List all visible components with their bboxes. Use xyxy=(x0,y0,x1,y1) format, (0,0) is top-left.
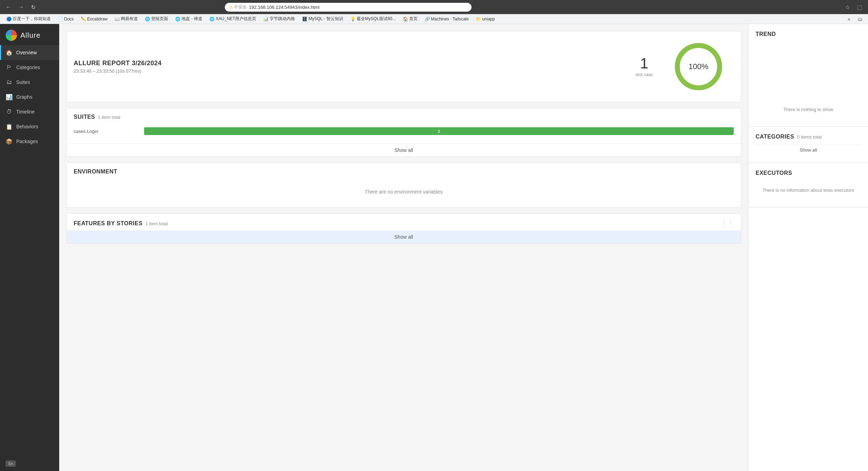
executors-empty-text: There is no information about tests exec… xyxy=(756,181,861,200)
reload-button[interactable]: ↻ xyxy=(29,3,38,11)
bookmark-label: XAU_NET用户信息页 xyxy=(216,16,256,22)
extension-button[interactable]: ⬚ xyxy=(855,3,864,11)
report-time: 23:33:40 – 23:33:50 (10s 077ms) xyxy=(74,68,625,74)
bookmark-label: 百度一下，你就知道 xyxy=(13,16,51,22)
donut-chart-area: 100% xyxy=(663,38,734,95)
nav-label-packages: Packages xyxy=(16,139,38,144)
executors-title: EXECUTORS xyxy=(756,170,861,176)
suites-subtitle: 1 item total xyxy=(98,115,121,120)
bookmark-icon: ✏️ xyxy=(81,17,86,22)
bookmark-icon: 🗄️ xyxy=(302,17,307,22)
features-show-all-button[interactable]: Show all xyxy=(67,231,741,243)
suite-bar-container: 1 xyxy=(144,127,734,135)
nav-label-suites: Suites xyxy=(16,79,30,85)
test-count-label: test case xyxy=(636,72,653,77)
back-button[interactable]: ← xyxy=(4,3,13,11)
bookmark-item[interactable]: 🌐 登陆页面 xyxy=(142,15,171,23)
suites-icon: 🗂 xyxy=(6,79,13,86)
sidebar-title: Allure xyxy=(20,31,41,39)
bookmark-icon: 🌐 xyxy=(209,17,215,22)
nav-item-timeline[interactable]: ⏱ Timeline xyxy=(0,104,59,119)
nav-item-behaviors[interactable]: 📋 Behaviors xyxy=(0,119,59,134)
test-count-number: 1 xyxy=(636,56,653,71)
test-count-area: 1 test case xyxy=(636,56,653,77)
features-menu-dots[interactable]: ⋮⋮ xyxy=(721,219,734,227)
language-badge[interactable]: En xyxy=(6,460,16,467)
bookmark-item[interactable]: 📊 字节跳动内推 xyxy=(260,15,298,23)
packages-icon: 📦 xyxy=(6,138,13,145)
bookmarks-more-button[interactable]: » xyxy=(845,16,852,23)
bookmark-item[interactable]: 📄 Docs xyxy=(55,16,76,22)
environment-section: ENVIRONMENT There are no environment var… xyxy=(66,163,741,208)
browser-action-buttons: ☆ ⬚ xyxy=(843,3,864,11)
report-header: ALLURE REPORT 3/26/2024 23:33:40 – 23:33… xyxy=(66,31,741,102)
nav-item-packages[interactable]: 📦 Packages xyxy=(0,134,59,149)
bookmark-label: Machines · Tailscale xyxy=(431,17,469,22)
bookmark-item[interactable]: 📖 网易有道 xyxy=(112,15,141,23)
bookmark-label: MySQL - 智云知识 xyxy=(308,16,343,22)
nav-label-timeline: Timeline xyxy=(16,109,35,115)
bookmark-item[interactable]: 🗄️ MySQL - 智云知识 xyxy=(299,15,346,23)
trend-chart-area: There is nothing to show xyxy=(756,42,861,119)
report-title: ALLURE REPORT 3/26/2024 xyxy=(74,60,625,67)
graph-icon: 📊 xyxy=(6,93,13,100)
allure-logo xyxy=(6,30,17,41)
categories-section: CATEGORIES 0 items total Show all xyxy=(749,127,868,163)
suites-title: SUITES xyxy=(74,114,95,120)
suites-section: SUITES 1 item total cases.Login 1 Show a… xyxy=(66,108,741,157)
executors-section: EXECUTORS There is no information about … xyxy=(749,163,868,207)
bookmark-item[interactable]: 🌐 XAU_NET用户信息页 xyxy=(207,15,259,23)
bookmark-button[interactable]: ☆ xyxy=(843,3,852,11)
trend-title: TREND xyxy=(756,31,861,37)
bookmark-item[interactable]: 🌐 地盘 - 禅道 xyxy=(172,15,205,23)
categories-header: CATEGORIES 0 items total xyxy=(756,134,861,140)
url-text: 192.168.106.124:54943/index.html xyxy=(249,5,319,10)
app-layout: Allure 🏠 Overview 🏳 Categories 🗂 Suites … xyxy=(0,24,868,471)
donut-chart: 100% xyxy=(670,38,727,95)
bookmark-item[interactable]: 🏠 首页 xyxy=(400,15,420,23)
security-warning-icon: ⚠ 不安全 xyxy=(229,4,247,10)
nav-label-overview: Overview xyxy=(16,50,37,55)
bookmark-label: 网易有道 xyxy=(121,16,138,22)
features-title-area: FEATURES BY STORIES 1 item total xyxy=(74,220,168,227)
bookmarks-folder-button[interactable]: 🗂 xyxy=(855,16,864,23)
flag-icon: 🏳 xyxy=(6,64,13,71)
bookmark-item[interactable]: 🔗 Machines · Tailscale xyxy=(422,16,472,22)
bookmark-item[interactable]: 📁 uniapp xyxy=(473,16,498,22)
bookmark-icon: 📖 xyxy=(115,17,120,22)
timeline-icon: ⏱ xyxy=(6,108,13,115)
environment-title: ENVIRONMENT xyxy=(74,169,117,175)
features-section: FEATURES BY STORIES 1 item total ⋮⋮ Show… xyxy=(66,213,741,244)
behaviors-icon: 📋 xyxy=(6,123,13,130)
bookmark-item[interactable]: ✏️ Excalidraw xyxy=(78,16,110,22)
bookmark-label: Docs xyxy=(64,17,74,22)
sidebar-nav: 🏠 Overview 🏳 Categories 🗂 Suites 📊 Graph… xyxy=(0,45,59,456)
bookmark-label: 地盘 - 禅道 xyxy=(181,16,202,22)
nav-item-suites[interactable]: 🗂 Suites xyxy=(0,75,59,90)
nav-item-graphs[interactable]: 📊 Graphs xyxy=(0,90,59,104)
donut-percent-label: 100% xyxy=(689,62,708,71)
suite-bar-passed: 1 xyxy=(144,127,734,135)
trend-empty-text: There is nothing to show xyxy=(783,100,833,119)
bookmark-label: 首页 xyxy=(409,16,418,22)
suite-row: cases.Login 1 xyxy=(74,127,734,135)
trend-section: TREND There is nothing to show xyxy=(749,24,868,127)
bookmark-item[interactable]: 💡 最全MySQL面试60... xyxy=(347,15,399,23)
bookmark-label: 登陆页面 xyxy=(151,16,168,22)
right-panel: TREND There is nothing to show CATEGORIE… xyxy=(748,24,868,471)
forward-button[interactable]: → xyxy=(16,3,26,11)
bookmark-icon: 🌐 xyxy=(175,17,180,22)
features-title: FEATURES BY STORIES xyxy=(74,220,142,227)
features-subtitle: 1 item total xyxy=(145,221,168,226)
suites-body: cases.Login 1 xyxy=(67,124,741,143)
bookmark-item[interactable]: 🔵 百度一下，你就知道 xyxy=(4,15,54,23)
bookmark-icon: 🌐 xyxy=(145,17,150,22)
address-bar[interactable]: ⚠ 不安全 192.168.106.124:54943/index.html xyxy=(225,3,472,12)
suites-show-all-button[interactable]: Show all xyxy=(67,143,741,157)
categories-show-all-button[interactable]: Show all xyxy=(756,144,861,155)
nav-item-overview[interactable]: 🏠 Overview xyxy=(0,45,59,60)
nav-item-categories[interactable]: 🏳 Categories xyxy=(0,60,59,75)
main-content: ALLURE REPORT 3/26/2024 23:33:40 – 23:33… xyxy=(59,24,868,471)
bookmark-icon: 📊 xyxy=(263,17,269,22)
categories-subtitle: 0 items total xyxy=(797,134,822,140)
